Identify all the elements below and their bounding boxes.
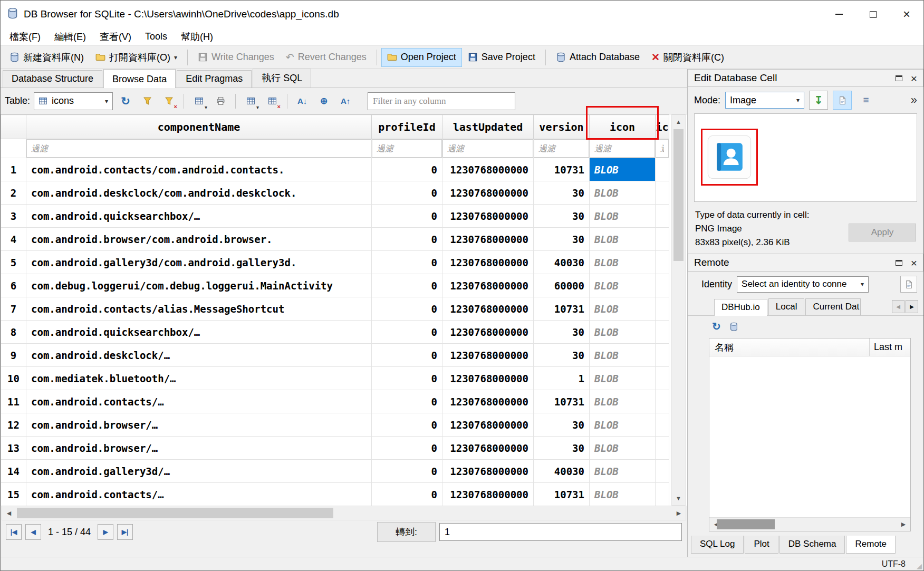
cell-lastUpdated[interactable]: 1230768000000 (442, 205, 534, 228)
cell-version[interactable]: 10731 (534, 297, 590, 321)
cell-profileId[interactable]: 0 (372, 297, 442, 321)
tab-dbhub-io[interactable]: DBHub.io (714, 299, 767, 316)
scroll-right-icon[interactable]: ▶ (897, 518, 910, 531)
cell-lastUpdated[interactable]: 1230768000000 (442, 390, 534, 413)
cell-componentName[interactable]: com.android.deskclock/com.android.deskcl… (26, 181, 372, 205)
row-number[interactable]: 6 (1, 274, 26, 297)
scroll-down-icon[interactable]: ▼ (672, 491, 685, 505)
remote-horizontal-scrollbar[interactable]: ◀ ▶ (709, 517, 910, 531)
revert-changes-button[interactable]: ↶Revert Changes (280, 48, 372, 67)
cell-icon[interactable]: BLOB (590, 181, 656, 205)
cell-profileId[interactable]: 0 (372, 437, 442, 460)
column-filter-input-version[interactable] (534, 139, 589, 158)
close-panel-icon[interactable]: × (911, 73, 917, 84)
mode-selector[interactable]: Image ▾ (725, 92, 804, 109)
tab-sql-log[interactable]: SQL Log (691, 536, 744, 554)
cell-lastUpdated[interactable]: 1230768000000 (442, 274, 534, 297)
scroll-right-icon[interactable]: ▶ (672, 506, 686, 520)
cell-version[interactable]: 30 (534, 205, 590, 228)
cell-lastUpdated[interactable]: 1230768000000 (442, 344, 534, 367)
cell-version[interactable]: 30 (534, 181, 590, 205)
scroll-left-icon[interactable]: ◀ (2, 506, 16, 520)
cell-icon[interactable]: BLOB (590, 274, 656, 297)
cell-componentName[interactable]: com.android.browser/… (26, 413, 372, 437)
tab-local[interactable]: Local (768, 298, 805, 315)
tab-scroll-left-icon[interactable]: ◀ (892, 300, 904, 313)
overflow-chevron-icon[interactable]: » (911, 93, 917, 107)
goto-record-input[interactable] (439, 523, 682, 541)
row-number[interactable]: 15 (1, 483, 26, 506)
horizontal-scrollbar-thumb[interactable] (17, 508, 333, 518)
insert-record-icon[interactable]: ▾ (242, 92, 259, 110)
vertical-scrollbar[interactable]: ▲ ▼ (671, 114, 686, 506)
remote-scrollbar-thumb[interactable] (717, 519, 775, 529)
sort-asc-icon[interactable]: A↓ (293, 92, 311, 110)
cell-version[interactable]: 30 (534, 437, 590, 460)
cell-componentName[interactable]: com.mediatek.bluetooth/… (26, 367, 372, 390)
cell-profileId[interactable]: 0 (372, 251, 442, 274)
cell-componentName[interactable]: com.android.gallery3d/com.android.galler… (26, 251, 372, 274)
row-number[interactable]: 3 (1, 205, 26, 228)
row-number[interactable]: 11 (1, 390, 26, 413)
cell-icon[interactable]: BLOB (590, 367, 656, 390)
menu-item-file[interactable]: 檔案(F) (3, 28, 47, 45)
prev-page-button[interactable]: ◀ (25, 524, 41, 540)
cell-profileId[interactable]: 0 (372, 274, 442, 297)
row-number[interactable]: 9 (1, 344, 26, 367)
row-number[interactable]: 2 (1, 181, 26, 205)
column-header-icon[interactable]: icon (590, 115, 656, 139)
menu-item-view[interactable]: 查看(V) (93, 28, 138, 45)
next-page-button[interactable]: ▶ (98, 524, 113, 540)
cell-icon[interactable]: BLOB (590, 413, 656, 437)
menu-item-help[interactable]: 幫助(H) (174, 28, 220, 45)
tab-plot[interactable]: Plot (745, 536, 778, 554)
cell-profileId[interactable]: 0 (372, 367, 442, 390)
cell-icon[interactable]: BLOB (590, 228, 656, 251)
cell-lastUpdated[interactable]: 1230768000000 (442, 437, 534, 460)
column-header-version[interactable]: version (534, 115, 590, 139)
column-header-lastUpdated[interactable]: lastUpdated (442, 115, 534, 139)
column-filter-input-lastUpdated[interactable] (442, 139, 533, 158)
row-number[interactable]: 4 (1, 228, 26, 251)
cell-version[interactable]: 10731 (534, 390, 590, 413)
menu-item-edit[interactable]: 編輯(E) (47, 28, 93, 45)
column-header-componentName[interactable]: componentName (26, 115, 372, 139)
tab-browse-data[interactable]: Browse Data (103, 69, 176, 88)
cell-icon[interactable]: BLOB (590, 344, 656, 367)
cell-componentName[interactable]: com.android.gallery3d/… (26, 460, 372, 483)
undock-panel-icon[interactable] (896, 75, 902, 81)
column-filter-input-profileId[interactable] (372, 139, 442, 158)
resize-grip-icon[interactable]: ◢ (917, 562, 922, 570)
cell-lastUpdated[interactable]: 1230768000000 (442, 367, 534, 390)
cell-lastUpdated[interactable]: 1230768000000 (442, 413, 534, 437)
global-filter-input[interactable] (368, 92, 515, 110)
cell-icon-selected[interactable]: BLOB (590, 158, 656, 181)
cell-profileId[interactable]: 0 (372, 390, 442, 413)
last-page-button[interactable]: ▶| (117, 524, 133, 540)
cell-profileId[interactable]: 0 (372, 228, 442, 251)
apply-button[interactable]: Apply (849, 224, 916, 241)
cell-version[interactable]: 10731 (534, 483, 590, 506)
scroll-up-icon[interactable]: ▲ (672, 115, 685, 129)
cell-componentName[interactable]: com.android.deskclock/… (26, 344, 372, 367)
cell-icon[interactable]: BLOB (590, 483, 656, 506)
word-wrap-button[interactable]: ≡ (856, 91, 875, 110)
print-icon[interactable] (211, 92, 229, 110)
cell-version[interactable]: 1 (534, 367, 590, 390)
write-changes-button[interactable]: Write Changes (192, 48, 280, 67)
cell-componentName[interactable]: com.debug.loggerui/com.debug.loggerui.Ma… (26, 274, 372, 297)
menu-item-tools[interactable]: Tools (138, 28, 174, 45)
delete-record-icon[interactable]: × (263, 92, 281, 110)
column-header-profileId[interactable]: profileId (372, 115, 442, 139)
cell-icon[interactable]: BLOB (590, 297, 656, 321)
horizontal-scrollbar[interactable]: ◀ ▶ (2, 506, 686, 520)
cell-componentName[interactable]: com.android.browser/com.android.browser. (26, 228, 372, 251)
undock-panel-icon[interactable] (896, 260, 902, 266)
cell-icon[interactable]: BLOB (590, 460, 656, 483)
row-number[interactable]: 1 (1, 158, 26, 181)
cell-profileId[interactable]: 0 (372, 321, 442, 344)
close-database-button[interactable]: ✕關閉資料庫(C) (646, 48, 730, 67)
cell-componentName[interactable]: com.android.contacts/… (26, 390, 372, 413)
tab-db-schema[interactable]: DB Schema (779, 536, 845, 554)
sort-desc-icon[interactable]: A↑ (336, 92, 354, 110)
